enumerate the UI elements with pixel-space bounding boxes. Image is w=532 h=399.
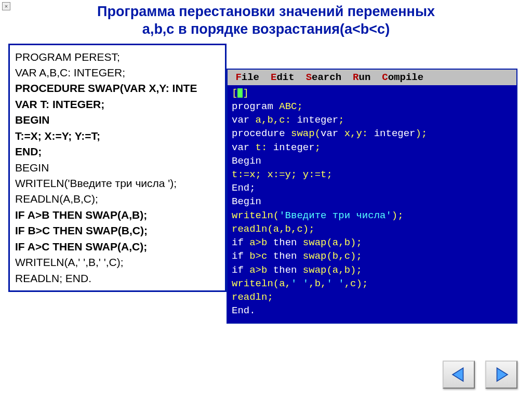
- code-line: PROGRAM PEREST;: [15, 49, 220, 65]
- prev-slide-button[interactable]: [443, 361, 475, 389]
- menu-run[interactable]: Run: [353, 71, 370, 84]
- code-line: READLN(A,B,C);: [15, 191, 220, 207]
- cursor-icon: [237, 88, 243, 98]
- code-line: T:=X; X:=Y; Y:=T;: [15, 128, 220, 144]
- menu-search[interactable]: Search: [306, 71, 341, 84]
- code-line: PROCEDURE SWAP(VAR X,Y: INTE: [15, 81, 220, 96]
- ide-code-area[interactable]: [] program ABC; var a,b,c: integer; proc…: [228, 85, 516, 320]
- menu-file[interactable]: File: [230, 71, 259, 84]
- slide-title: Программа перестановки значений переменн…: [0, 0, 532, 44]
- next-slide-button[interactable]: [485, 361, 517, 389]
- nav-buttons: [443, 361, 517, 389]
- ide-panel-wrap: File Edit Search Run Compile [] program …: [227, 44, 524, 324]
- title-line-2: a,b,c в порядке возрастания(a<b<c): [142, 21, 390, 37]
- triangle-right-icon: [493, 366, 510, 383]
- code-line: VAR A,B,C: INTEGER;: [15, 65, 220, 81]
- main-content: PROGRAM PEREST; VAR A,B,C: INTEGER; PROC…: [0, 44, 532, 324]
- code-line: IF A>B THEN SWAP(A,B);: [15, 207, 220, 223]
- ide-window: File Edit Search Run Compile [] program …: [227, 69, 517, 324]
- code-line: IF B>C THEN SWAP(B,C);: [15, 223, 220, 238]
- svg-marker-0: [453, 368, 463, 381]
- code-line: BEGIN: [15, 160, 220, 176]
- code-line: BEGIN: [15, 112, 220, 128]
- triangle-left-icon: [450, 366, 468, 383]
- ide-menu-bar: File Edit Search Run Compile: [228, 70, 516, 85]
- svg-marker-1: [497, 368, 508, 381]
- cancel-mark-icon: ×: [2, 2, 10, 10]
- code-line: WRITELN('Введите три числа ');: [15, 176, 220, 191]
- code-line: READLN; END.: [15, 271, 220, 286]
- title-line-1: Программа перестановки значений переменн…: [97, 4, 435, 19]
- menu-compile[interactable]: Compile: [382, 71, 423, 84]
- code-line: IF A>C THEN SWAP(A,C);: [15, 239, 220, 255]
- pseudocode-box: PROGRAM PEREST; VAR A,B,C: INTEGER; PROC…: [8, 44, 227, 292]
- menu-edit[interactable]: Edit: [271, 71, 295, 84]
- code-line: END;: [15, 144, 220, 159]
- code-line: VAR T: INTEGER;: [15, 97, 220, 112]
- code-line: WRITELN(A,' ',B,' ',C);: [15, 255, 220, 270]
